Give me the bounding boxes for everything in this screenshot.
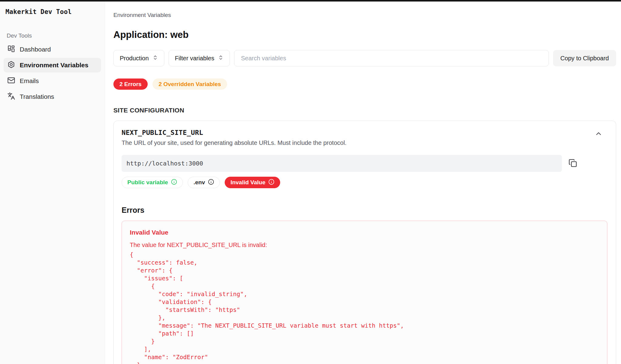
languages-icon	[7, 92, 15, 102]
info-icon[interactable]	[268, 179, 274, 186]
environment-select-value: Production	[120, 55, 149, 62]
sidebar: Makerkit Dev Tool Dev Tools Dashboard En…	[0, 2, 105, 364]
chevrons-up-down-icon	[153, 55, 158, 62]
error-intro: The value for NEXT_PUBLIC_SITE_URL is in…	[130, 242, 599, 249]
variable-value: http://localhost:3000	[122, 155, 562, 172]
section-title-site-configuration: SITE CONFIGURATION	[113, 107, 616, 114]
variable-name: NEXT_PUBLIC_SITE_URL	[122, 129, 607, 136]
env-variables-icon	[7, 61, 15, 70]
sidebar-item-environment-variables[interactable]: Environment Variables	[4, 58, 101, 72]
copy-icon	[569, 159, 577, 168]
errors-heading: Errors	[122, 206, 607, 215]
toolbar: Production Filter variables Copy to Clip…	[113, 50, 616, 66]
environment-select[interactable]: Production	[113, 50, 164, 66]
errors-count-badge: 2 Errors	[113, 78, 148, 90]
dashboard-icon	[7, 45, 15, 54]
filter-variables-value: Filter variables	[175, 55, 214, 62]
badge-label: Invalid Value	[230, 179, 265, 186]
badge-label: .env	[193, 179, 205, 186]
public-variable-badge: Public variable	[122, 177, 183, 188]
main-content: Environment Variables Application: web P…	[105, 2, 621, 364]
error-json: { "success": false, "error": { "issues":…	[130, 251, 599, 364]
sidebar-section-label: Dev Tools	[7, 32, 102, 39]
copy-to-clipboard-button[interactable]: Copy to Clipboard	[553, 50, 616, 66]
collapse-card-button[interactable]	[593, 129, 604, 139]
page-title: Application: web	[113, 29, 616, 40]
info-icon[interactable]	[208, 179, 214, 186]
sidebar-item-label: Environment Variables	[20, 62, 88, 69]
sidebar-item-emails[interactable]: Emails	[4, 74, 101, 88]
sidebar-item-dashboard[interactable]: Dashboard	[4, 42, 101, 57]
search-variables-input[interactable]	[234, 50, 549, 66]
overridden-count-badge: 2 Overridden Variables	[153, 78, 227, 90]
badge-label: Public variable	[127, 179, 168, 186]
variable-value-row: http://localhost:3000	[122, 155, 607, 172]
sidebar-item-label: Translations	[20, 93, 54, 100]
breadcrumb: Environment Variables	[113, 12, 616, 18]
error-box: Invalid Value The value for NEXT_PUBLIC_…	[122, 221, 607, 364]
app-title: Makerkit Dev Tool	[3, 7, 102, 15]
summary-badges: 2 Errors 2 Overridden Variables	[113, 78, 616, 90]
variable-description: The URL of your site, used for generatin…	[122, 139, 607, 146]
chevrons-up-down-icon	[218, 55, 223, 62]
mail-icon	[7, 76, 15, 86]
error-title: Invalid Value	[130, 229, 599, 236]
chevron-up-icon	[595, 130, 603, 139]
copy-value-button[interactable]	[567, 158, 578, 169]
sidebar-item-translations[interactable]: Translations	[4, 89, 101, 104]
sidebar-item-label: Emails	[20, 77, 39, 85]
info-icon[interactable]	[171, 179, 177, 186]
variable-badges: Public variable .env	[122, 177, 607, 188]
env-source-badge: .env	[188, 177, 220, 188]
filter-variables-select[interactable]: Filter variables	[169, 50, 230, 66]
app-shell: Makerkit Dev Tool Dev Tools Dashboard En…	[0, 2, 621, 364]
sidebar-item-label: Dashboard	[20, 46, 51, 53]
invalid-value-badge: Invalid Value	[225, 177, 280, 188]
variable-card: NEXT_PUBLIC_SITE_URL The URL of your sit…	[113, 121, 616, 364]
